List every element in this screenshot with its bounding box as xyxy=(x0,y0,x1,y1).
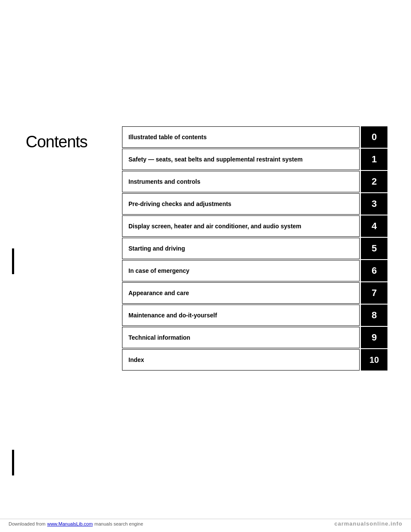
toc-row-4[interactable]: Display screen, heater and air condition… xyxy=(122,215,387,237)
toc-item-number-8: 8 xyxy=(361,305,387,326)
page-container: Contents Illustrated table of contents 0… xyxy=(0,0,411,532)
toc-item-number-7: 7 xyxy=(361,282,387,304)
toc-item-number-2: 2 xyxy=(361,171,387,192)
page-title: Contents xyxy=(26,133,87,151)
toc-item-label-2: Instruments and controls xyxy=(122,171,360,192)
toc-item-number-10: 10 xyxy=(361,349,387,371)
toc-item-number-9: 9 xyxy=(361,327,387,348)
footer-manualslib-link[interactable]: www.ManualsLib.com xyxy=(47,521,92,526)
toc-item-number-3: 3 xyxy=(361,193,387,215)
toc-container: Illustrated table of contents 0 Safety —… xyxy=(122,126,387,371)
footer-search-engine-text: manuals search engine xyxy=(95,521,143,526)
toc-item-label-0: Illustrated table of contents xyxy=(122,126,360,148)
toc-row-5[interactable]: Starting and driving 5 xyxy=(122,238,387,259)
toc-item-label-10: Index xyxy=(122,349,360,371)
toc-item-label-7: Appearance and care xyxy=(122,282,360,304)
toc-item-label-4: Display screen, heater and air condition… xyxy=(122,215,360,237)
toc-item-label-6: In case of emergency xyxy=(122,260,360,281)
toc-row-6[interactable]: In case of emergency 6 xyxy=(122,260,387,281)
toc-item-label-9: Technical information xyxy=(122,327,360,348)
toc-row-1[interactable]: Safety — seats, seat belts and supplemen… xyxy=(122,149,387,170)
footer-downloaded-text: Downloaded from xyxy=(9,521,45,526)
toc-item-label-1: Safety — seats, seat belts and supplemen… xyxy=(122,149,360,170)
toc-item-number-6: 6 xyxy=(361,260,387,281)
toc-row-2[interactable]: Instruments and controls 2 xyxy=(122,171,387,192)
left-accent-bar xyxy=(12,248,14,274)
footer: Downloaded from www.ManualsLib.com manua… xyxy=(0,520,411,527)
toc-item-label-8: Maintenance and do-it-yourself xyxy=(122,305,360,326)
toc-item-label-3: Pre-driving checks and adjustments xyxy=(122,193,360,215)
toc-item-label-5: Starting and driving xyxy=(122,238,360,259)
toc-row-9[interactable]: Technical information 9 xyxy=(122,327,387,348)
toc-item-number-0: 0 xyxy=(361,126,387,148)
footer-left: Downloaded from www.ManualsLib.com manua… xyxy=(9,521,143,526)
toc-row-0[interactable]: Illustrated table of contents 0 xyxy=(122,126,387,148)
toc-row-3[interactable]: Pre-driving checks and adjustments 3 xyxy=(122,193,387,215)
toc-row-10[interactable]: Index 10 xyxy=(122,349,387,371)
toc-item-number-1: 1 xyxy=(361,149,387,170)
toc-row-8[interactable]: Maintenance and do-it-yourself 8 xyxy=(122,305,387,326)
bottom-left-accent-bar xyxy=(12,450,14,475)
toc-item-number-4: 4 xyxy=(361,215,387,237)
footer-divider xyxy=(0,519,411,519)
toc-item-number-5: 5 xyxy=(361,238,387,259)
toc-row-7[interactable]: Appearance and care 7 xyxy=(122,282,387,304)
footer-brand: carmanualsonline.info xyxy=(334,520,402,527)
